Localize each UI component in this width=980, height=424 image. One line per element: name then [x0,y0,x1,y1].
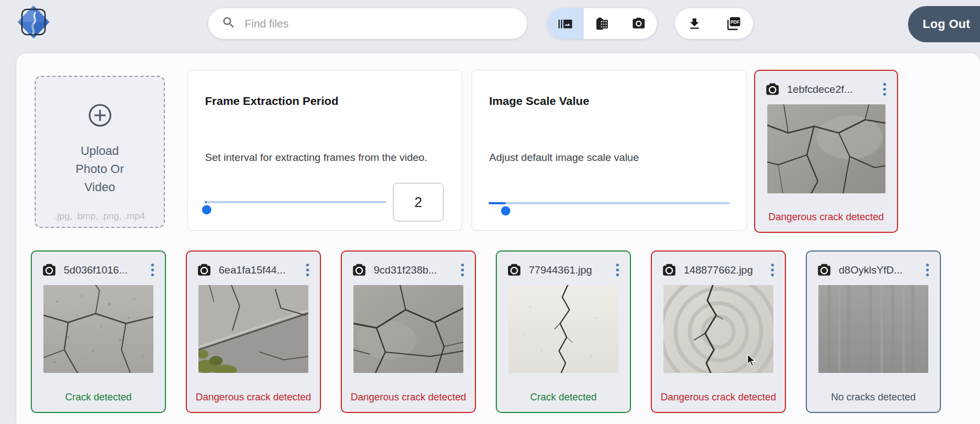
app-logo-icon[interactable] [16,4,51,40]
file-card[interactable]: 148877662.jpg Dangerous crack detected [651,250,786,413]
image-scale-card: Image Scale Value Adjust default image s… [472,70,747,231]
kebab-menu-icon[interactable] [923,263,932,277]
slider-thumb[interactable] [501,207,510,216]
file-card[interactable]: 9cd31f238b... Dangerous crack detected [341,250,476,413]
status-label: Crack detected [32,392,165,403]
file-card[interactable]: d8OyklsYfD... No cracks detected [806,250,941,413]
status-label: Dangerous crack detected [755,211,897,223]
camera-icon [352,263,367,277]
kebab-menu-icon[interactable] [303,263,312,277]
file-card[interactable]: 1ebfcdece2f... Dangerous crack detected [754,70,898,233]
image-thumbnail[interactable] [43,285,153,373]
camera-icon [765,82,780,97]
svg-text:PDF: PDF [730,20,739,25]
file-name: 1ebfcdece2f... [787,83,873,96]
file-card[interactable]: 6ea1fa15f44... Dangerous crack detected [186,250,321,413]
image-thumbnail[interactable] [508,285,618,373]
camera-icon [817,263,832,277]
camera-icon [632,16,646,31]
status-label: Crack detected [497,392,630,403]
card-description: Set interval for extracting frames from … [205,152,427,164]
frame-interval-slider[interactable] [205,201,386,203]
camera-icon [42,263,57,277]
file-card[interactable]: 77944361.jpg Crack detected [496,250,631,413]
kebab-menu-icon[interactable] [880,82,889,97]
status-label: Dangerous crack detected [187,392,320,403]
slider-fill [489,202,506,204]
burst-mode-icon [558,16,573,31]
export-group: PDF [675,8,753,39]
file-name: d8OyklsYfD... [839,264,916,276]
frame-extraction-card: Frame Extraction Period Set interval for… [187,70,462,231]
card-title: Frame Extraction Period [205,94,339,108]
film-roll-view-button[interactable] [584,8,621,39]
image-thumbnail[interactable] [818,285,928,373]
upload-label: Upload Photo Or Video [75,142,124,196]
image-thumbnail[interactable] [353,285,463,373]
upload-formats-hint: .jpg, .bmp, .png, .mp4 [36,211,164,222]
camera-icon [507,263,522,277]
pdf-export-icon: PDF [726,16,741,31]
view-toggle-group [547,8,657,39]
card-title: Image Scale Value [489,94,589,108]
mouse-cursor [745,354,757,369]
slider-fill [205,201,207,203]
camera-icon [662,263,677,277]
camera-icon [197,263,212,277]
kebab-menu-icon[interactable] [768,263,777,277]
upload-card[interactable]: Upload Photo Or Video .jpg, .bmp, .png, … [35,76,165,228]
file-name: 5d036f1016... [64,264,141,276]
file-name: 148877662.jpg [684,264,761,276]
film-roll-icon [595,17,609,31]
image-scale-slider[interactable] [489,202,730,204]
file-name: 6ea1fa15f44... [219,264,296,276]
frame-interval-input[interactable] [393,183,444,221]
logout-button[interactable]: Log Out [908,6,980,42]
image-thumbnail[interactable] [198,285,308,373]
status-label: Dangerous crack detected [652,392,785,403]
image-thumbnail[interactable] [767,104,885,193]
download-icon [687,16,702,31]
search-icon [222,15,236,32]
download-button[interactable] [675,8,714,39]
file-card[interactable]: 5d036f1016... Crack detected [31,250,166,413]
upload-plus-icon [88,103,112,130]
status-label: Dangerous crack detected [342,392,475,403]
burst-mode-view-button[interactable] [547,8,584,39]
pdf-export-button[interactable]: PDF [714,8,753,39]
status-label: No cracks detected [807,392,940,403]
card-description: Adjust default image scale value [489,152,639,164]
file-name: 9cd31f238b... [374,264,451,276]
kebab-menu-icon[interactable] [148,263,157,277]
kebab-menu-icon[interactable] [613,263,622,277]
camera-view-button[interactable] [620,8,657,39]
slider-thumb[interactable] [202,205,212,215]
search-input[interactable] [245,18,514,30]
kebab-menu-icon[interactable] [458,263,467,277]
file-name: 77944361.jpg [529,264,606,276]
search-bar[interactable] [208,8,527,39]
